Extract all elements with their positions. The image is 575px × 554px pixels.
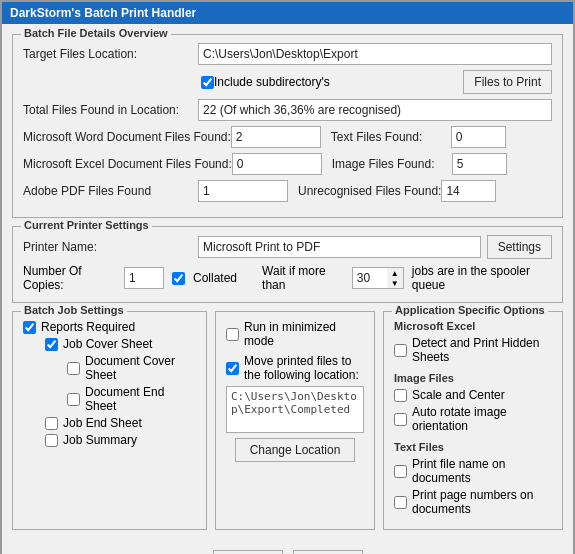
auto-rotate-label: Auto rotate image orientation xyxy=(412,405,552,433)
doc-end-sheet-label: Document End Sheet xyxy=(85,385,196,413)
settings-button[interactable]: Settings xyxy=(487,235,552,259)
collated-checkbox[interactable] xyxy=(172,272,185,285)
run-minimized-checkbox[interactable] xyxy=(226,328,239,341)
print-filename-row: Print file name on documents xyxy=(394,457,552,485)
print-filename-label: Print file name on documents xyxy=(412,457,552,485)
run-minimized-row: Run in minimized mode xyxy=(226,320,364,348)
change-location-row: Change Location xyxy=(226,438,364,462)
doc-cover-sheet-checkbox[interactable] xyxy=(67,362,80,375)
main-window: DarkStorm's Batch Print Handler Batch Fi… xyxy=(0,0,575,554)
copies-row: Number Of Copies: Collated Wait if more … xyxy=(23,264,552,292)
copies-input[interactable] xyxy=(124,267,164,289)
title-bar: DarkStorm's Batch Print Handler xyxy=(2,2,573,24)
move-location-input[interactable]: C:\Users\Jon\Desktop\Export\Completed xyxy=(226,386,364,433)
excel-section-label: Microsoft Excel xyxy=(394,320,552,332)
move-files-checkbox[interactable] xyxy=(226,362,239,375)
image-files-input[interactable] xyxy=(452,153,507,175)
image-section-label: Image Files xyxy=(394,372,552,384)
doc-cover-sheet-label: Document Cover Sheet xyxy=(85,354,196,382)
wait-spinner: ▲ ▼ xyxy=(352,267,404,289)
reports-required-row: Reports Required xyxy=(23,320,196,334)
wait-input[interactable] xyxy=(352,267,387,289)
job-summary-row: Job Summary xyxy=(45,433,196,447)
word-row: Microsoft Word Document Files Found: Tex… xyxy=(23,126,552,148)
unrecognised-input[interactable] xyxy=(441,180,496,202)
batch-file-label: Batch File Details Overview xyxy=(21,27,171,39)
print-page-nums-label: Print page numbers on documents xyxy=(412,488,552,516)
auto-rotate-checkbox[interactable] xyxy=(394,413,407,426)
queue-label: jobs are in the spooler queue xyxy=(412,264,552,292)
unrecognised-label: Unrecognised Files Found: xyxy=(298,184,441,198)
job-end-sheet-checkbox[interactable] xyxy=(45,417,58,430)
total-files-row: Total Files Found in Location: xyxy=(23,99,552,121)
scale-center-checkbox[interactable] xyxy=(394,389,407,402)
change-location-button[interactable]: Change Location xyxy=(235,438,355,462)
target-input[interactable] xyxy=(198,43,552,65)
move-files-row: Move printed files to the following loca… xyxy=(226,354,364,382)
subdir-row: Include subdirectory's Files to Print xyxy=(23,70,552,94)
pdf-label: Adobe PDF Files Found xyxy=(23,184,198,198)
auto-rotate-row: Auto rotate image orientation xyxy=(394,405,552,433)
text-files-label: Text Files Found: xyxy=(331,130,451,144)
printer-group: Current Printer Settings Printer Name: S… xyxy=(12,226,563,303)
print-page-nums-checkbox[interactable] xyxy=(394,496,407,509)
doc-cover-row: Document Cover Sheet xyxy=(67,354,196,382)
job-summary-checkbox[interactable] xyxy=(45,434,58,447)
reports-required-label: Reports Required xyxy=(41,320,135,334)
ok-button[interactable]: OK xyxy=(213,550,283,554)
window-title: DarkStorm's Batch Print Handler xyxy=(10,6,196,20)
pdf-row: Adobe PDF Files Found Unrecognised Files… xyxy=(23,180,552,202)
detect-hidden-row: Detect and Print Hidden Sheets xyxy=(394,336,552,364)
job-end-row: Job End Sheet xyxy=(45,416,196,430)
total-files-input[interactable] xyxy=(198,99,552,121)
scale-center-label: Scale and Center xyxy=(412,388,505,402)
text-files-input[interactable] xyxy=(451,126,506,148)
image-files-label: Image Files Found: xyxy=(332,157,452,171)
run-minimized-label: Run in minimized mode xyxy=(244,320,364,348)
text-section-label: Text Files xyxy=(394,441,552,453)
batch-job-group: Batch Job Settings Reports Required Job … xyxy=(12,311,207,530)
wait-up-arrow[interactable]: ▲ xyxy=(387,268,403,278)
doc-end-sheet-checkbox[interactable] xyxy=(67,393,80,406)
copies-label: Number Of Copies: xyxy=(23,264,116,292)
move-files-group: Run in minimized mode Move printed files… xyxy=(215,311,375,530)
detect-hidden-checkbox[interactable] xyxy=(394,344,407,357)
printer-name-row: Printer Name: Settings xyxy=(23,235,552,259)
target-label: Target Files Location: xyxy=(23,47,198,61)
doc-end-row: Document End Sheet xyxy=(67,385,196,413)
pdf-input[interactable] xyxy=(198,180,288,202)
batch-job-label: Batch Job Settings xyxy=(21,304,127,316)
footer: OK Close xyxy=(12,546,563,554)
job-cover-sheet-label: Job Cover Sheet xyxy=(63,337,152,351)
scale-center-row: Scale and Center xyxy=(394,388,552,402)
app-options-group: Application Specific Options Microsoft E… xyxy=(383,311,563,530)
excel-input[interactable] xyxy=(232,153,322,175)
target-row: Target Files Location: xyxy=(23,43,552,65)
total-files-label: Total Files Found in Location: xyxy=(23,103,198,117)
printer-group-label: Current Printer Settings xyxy=(21,219,152,231)
collated-label: Collated xyxy=(193,271,237,285)
wait-label: Wait if more than xyxy=(262,264,344,292)
job-summary-label: Job Summary xyxy=(63,433,137,447)
excel-label: Microsoft Excel Document Files Found: xyxy=(23,157,232,171)
wait-down-arrow[interactable]: ▼ xyxy=(387,278,403,288)
print-filename-checkbox[interactable] xyxy=(394,465,407,478)
include-subdir-checkbox[interactable] xyxy=(201,76,214,89)
word-input[interactable] xyxy=(231,126,321,148)
job-cover-sheet-checkbox[interactable] xyxy=(45,338,58,351)
app-options-label: Application Specific Options xyxy=(392,304,548,316)
job-cover-row: Job Cover Sheet xyxy=(45,337,196,351)
batch-file-group: Batch File Details Overview Target Files… xyxy=(12,34,563,218)
print-page-nums-row: Print page numbers on documents xyxy=(394,488,552,516)
job-end-sheet-label: Job End Sheet xyxy=(63,416,142,430)
wait-spinner-arrows: ▲ ▼ xyxy=(387,267,404,289)
printer-name-label: Printer Name: xyxy=(23,240,198,254)
reports-required-checkbox[interactable] xyxy=(23,321,36,334)
close-button[interactable]: Close xyxy=(293,550,363,554)
printer-name-input[interactable] xyxy=(198,236,481,258)
bottom-section: Batch Job Settings Reports Required Job … xyxy=(12,311,563,538)
include-subdir-label: Include subdirectory's xyxy=(214,75,330,89)
word-label: Microsoft Word Document Files Found: xyxy=(23,130,231,144)
files-to-print-button[interactable]: Files to Print xyxy=(463,70,552,94)
detect-hidden-label: Detect and Print Hidden Sheets xyxy=(412,336,552,364)
